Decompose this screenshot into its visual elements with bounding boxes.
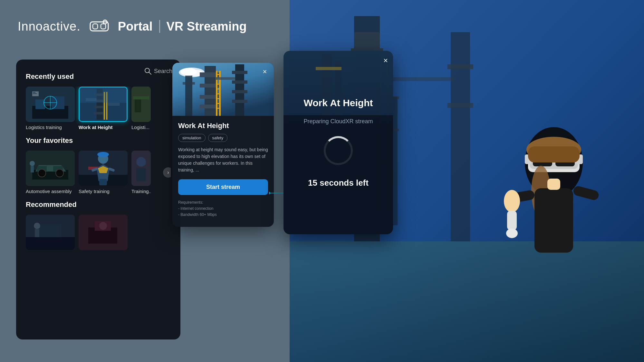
recommended-title: Recommended bbox=[26, 200, 171, 209]
svg-rect-63 bbox=[80, 87, 127, 103]
app-header: Innoactive. Portal VR Streaming bbox=[18, 19, 247, 33]
svg-rect-7 bbox=[354, 32, 380, 48]
svg-rect-57 bbox=[94, 106, 105, 108]
favorites-row: Automotive assembly bbox=[26, 151, 171, 194]
favorites-section: Your favorites bbox=[26, 136, 171, 194]
stream-timer: 15 seconds left bbox=[308, 178, 369, 188]
stream-panel: × Work At Height Preparing CloudXR strea… bbox=[284, 51, 393, 234]
requirement-1: - Internet connection bbox=[178, 206, 213, 211]
svg-rect-91 bbox=[35, 229, 39, 237]
svg-rect-88 bbox=[26, 237, 75, 250]
svg-point-30 bbox=[504, 190, 520, 212]
card-label-automotive: Automotive assembly bbox=[26, 189, 72, 194]
svg-rect-37 bbox=[101, 24, 106, 29]
tag-simulation: simulation bbox=[178, 134, 206, 142]
requirement-2: - Bandwidth 60+ Mbps bbox=[178, 212, 217, 217]
vr-headset-icon bbox=[90, 19, 109, 33]
card-recommended-1[interactable] bbox=[26, 215, 75, 250]
card-peek-recent[interactable]: Logisti... bbox=[131, 87, 151, 130]
card-thumb-peek bbox=[131, 87, 151, 122]
search-bar[interactable]: Search bbox=[144, 68, 172, 75]
svg-rect-119 bbox=[232, 100, 247, 103]
recently-used-section: Recently used bbox=[26, 72, 171, 130]
svg-point-90 bbox=[34, 223, 40, 229]
svg-rect-15 bbox=[447, 64, 473, 69]
card-safety-training[interactable]: Safety training bbox=[79, 151, 128, 194]
svg-rect-117 bbox=[232, 80, 247, 84]
svg-rect-113 bbox=[216, 103, 221, 104]
requirements: Requirements: - Internet connection - Ba… bbox=[178, 200, 268, 218]
recommended-section: Recommended bbox=[26, 200, 171, 250]
svg-rect-86 bbox=[136, 168, 146, 181]
card-logistics-training[interactable]: Logistics training bbox=[26, 87, 75, 130]
svg-rect-62 bbox=[107, 103, 120, 106]
logo-portal: Portal bbox=[118, 20, 153, 33]
detail-close-button[interactable]: × bbox=[260, 67, 269, 76]
svg-rect-9 bbox=[393, 97, 398, 225]
svg-rect-82 bbox=[102, 179, 107, 185]
svg-rect-112 bbox=[216, 98, 221, 99]
svg-rect-45 bbox=[35, 99, 45, 109]
card-label-work-height: Work at Height bbox=[79, 125, 113, 130]
svg-rect-118 bbox=[232, 90, 247, 93]
svg-rect-66 bbox=[133, 96, 149, 99]
card-peek-favorites[interactable]: Training... bbox=[131, 151, 151, 194]
svg-rect-58 bbox=[94, 112, 105, 115]
svg-rect-36 bbox=[93, 24, 98, 29]
stream-title: Work At Height bbox=[304, 97, 373, 108]
svg-rect-111 bbox=[216, 93, 221, 94]
svg-point-95 bbox=[99, 222, 107, 230]
svg-rect-116 bbox=[232, 71, 247, 74]
card-label-peek-fav: Training... bbox=[131, 189, 151, 194]
card-thumb-automotive bbox=[26, 151, 75, 186]
card-label-safety: Safety training bbox=[79, 189, 110, 194]
card-label-peek: Logisti... bbox=[131, 125, 149, 130]
loading-spinner bbox=[324, 136, 353, 165]
start-stream-button[interactable]: Start stream bbox=[178, 179, 268, 195]
card-automotive[interactable]: Automotive assembly bbox=[26, 151, 75, 194]
main-panel: Search Recently used bbox=[16, 60, 180, 339]
search-icon bbox=[144, 68, 151, 75]
card-work-height-recent[interactable]: Work at Height bbox=[79, 87, 128, 130]
svg-point-73 bbox=[30, 161, 35, 166]
svg-rect-107 bbox=[216, 74, 221, 75]
recently-used-row: Logistics training bbox=[26, 87, 171, 130]
svg-rect-34 bbox=[547, 179, 560, 190]
card-recommended-2[interactable] bbox=[79, 215, 128, 250]
svg-rect-121 bbox=[185, 76, 192, 116]
svg-rect-110 bbox=[216, 88, 221, 89]
search-label: Search bbox=[154, 68, 172, 75]
stream-status: Preparing CloudXR stream bbox=[303, 118, 373, 125]
svg-rect-122 bbox=[183, 82, 195, 85]
svg-line-42 bbox=[149, 72, 151, 74]
svg-rect-126 bbox=[316, 67, 341, 70]
card-thumb-rec1 bbox=[26, 215, 75, 250]
tag-safety: safety bbox=[208, 134, 228, 142]
svg-point-85 bbox=[136, 157, 146, 167]
detail-image bbox=[172, 63, 274, 116]
svg-rect-51 bbox=[33, 92, 35, 93]
card-thumb-work-height bbox=[79, 87, 128, 122]
header-divider bbox=[159, 20, 160, 33]
detail-content: Work At Height simulation safety Working… bbox=[172, 116, 274, 224]
favorites-title: Your favorites bbox=[26, 136, 171, 145]
svg-point-71 bbox=[38, 169, 46, 177]
card-thumb-logistics bbox=[26, 87, 75, 122]
svg-rect-109 bbox=[216, 84, 221, 85]
card-thumb-rec2 bbox=[79, 215, 128, 250]
card-thumb-peek-fav bbox=[131, 151, 151, 186]
svg-rect-28 bbox=[534, 188, 573, 253]
favorites-arrow-btn[interactable]: › bbox=[163, 167, 171, 178]
svg-point-32 bbox=[506, 228, 518, 238]
svg-rect-52 bbox=[33, 93, 37, 94]
detail-title: Work At Height bbox=[178, 122, 268, 130]
svg-rect-65 bbox=[135, 99, 141, 112]
svg-point-72 bbox=[56, 169, 63, 177]
svg-rect-31 bbox=[507, 211, 517, 230]
svg-rect-74 bbox=[31, 166, 34, 172]
card-label-logistics: Logistics training bbox=[26, 125, 62, 130]
card-thumb-safety bbox=[79, 151, 128, 186]
detail-description: Working at height may sound easy, but be… bbox=[178, 146, 268, 173]
stream-close-button[interactable]: × bbox=[383, 56, 388, 65]
svg-rect-89 bbox=[39, 224, 61, 237]
